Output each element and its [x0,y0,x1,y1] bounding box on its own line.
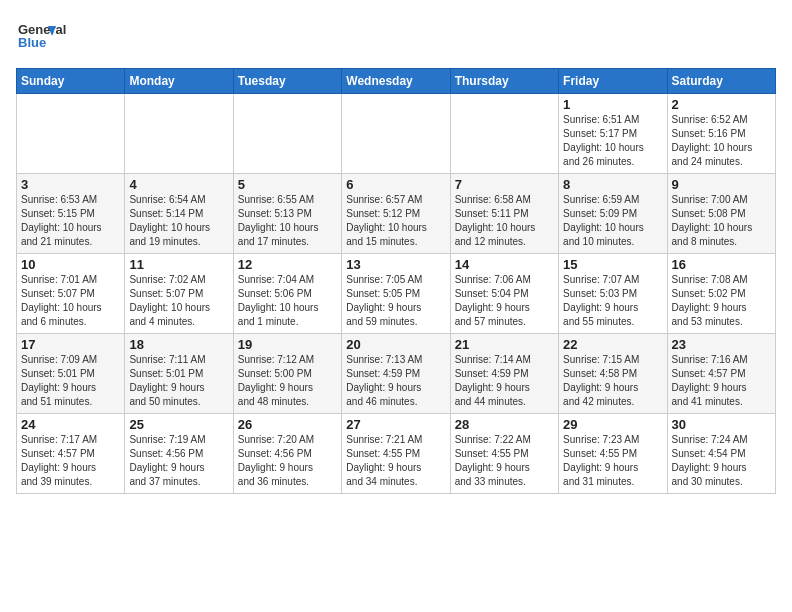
day-number: 12 [238,257,337,272]
day-number: 1 [563,97,662,112]
day-info: Sunrise: 6:58 AM Sunset: 5:11 PM Dayligh… [455,193,554,249]
day-number: 23 [672,337,771,352]
calendar-week-4: 24Sunrise: 7:17 AM Sunset: 4:57 PM Dayli… [17,414,776,494]
calendar-body: 1Sunrise: 6:51 AM Sunset: 5:17 PM Daylig… [17,94,776,494]
calendar-cell: 5Sunrise: 6:55 AM Sunset: 5:13 PM Daylig… [233,174,341,254]
day-info: Sunrise: 7:24 AM Sunset: 4:54 PM Dayligh… [672,433,771,489]
day-number: 25 [129,417,228,432]
calendar-cell: 28Sunrise: 7:22 AM Sunset: 4:55 PM Dayli… [450,414,558,494]
calendar-cell: 24Sunrise: 7:17 AM Sunset: 4:57 PM Dayli… [17,414,125,494]
day-number: 26 [238,417,337,432]
day-info: Sunrise: 7:07 AM Sunset: 5:03 PM Dayligh… [563,273,662,329]
day-number: 19 [238,337,337,352]
day-info: Sunrise: 6:51 AM Sunset: 5:17 PM Dayligh… [563,113,662,169]
day-info: Sunrise: 7:01 AM Sunset: 5:07 PM Dayligh… [21,273,120,329]
day-number: 18 [129,337,228,352]
calendar-cell: 27Sunrise: 7:21 AM Sunset: 4:55 PM Dayli… [342,414,450,494]
day-number: 24 [21,417,120,432]
calendar-cell: 21Sunrise: 7:14 AM Sunset: 4:59 PM Dayli… [450,334,558,414]
logo-icon: General Blue [16,16,86,56]
svg-text:Blue: Blue [18,35,46,50]
calendar-cell: 13Sunrise: 7:05 AM Sunset: 5:05 PM Dayli… [342,254,450,334]
calendar-cell: 25Sunrise: 7:19 AM Sunset: 4:56 PM Dayli… [125,414,233,494]
calendar-cell: 9Sunrise: 7:00 AM Sunset: 5:08 PM Daylig… [667,174,775,254]
calendar-cell: 15Sunrise: 7:07 AM Sunset: 5:03 PM Dayli… [559,254,667,334]
day-number: 28 [455,417,554,432]
day-info: Sunrise: 7:00 AM Sunset: 5:08 PM Dayligh… [672,193,771,249]
weekday-header-saturday: Saturday [667,69,775,94]
calendar-header: SundayMondayTuesdayWednesdayThursdayFrid… [17,69,776,94]
calendar-cell [17,94,125,174]
calendar-cell: 26Sunrise: 7:20 AM Sunset: 4:56 PM Dayli… [233,414,341,494]
day-info: Sunrise: 7:05 AM Sunset: 5:05 PM Dayligh… [346,273,445,329]
calendar-cell: 3Sunrise: 6:53 AM Sunset: 5:15 PM Daylig… [17,174,125,254]
page-container: General Blue SundayMondayTuesdayWednesda… [0,0,792,506]
calendar-cell: 7Sunrise: 6:58 AM Sunset: 5:11 PM Daylig… [450,174,558,254]
weekday-header-thursday: Thursday [450,69,558,94]
calendar-cell: 1Sunrise: 6:51 AM Sunset: 5:17 PM Daylig… [559,94,667,174]
day-info: Sunrise: 7:12 AM Sunset: 5:00 PM Dayligh… [238,353,337,409]
day-info: Sunrise: 7:09 AM Sunset: 5:01 PM Dayligh… [21,353,120,409]
day-info: Sunrise: 7:16 AM Sunset: 4:57 PM Dayligh… [672,353,771,409]
day-info: Sunrise: 7:21 AM Sunset: 4:55 PM Dayligh… [346,433,445,489]
day-info: Sunrise: 7:08 AM Sunset: 5:02 PM Dayligh… [672,273,771,329]
day-info: Sunrise: 6:53 AM Sunset: 5:15 PM Dayligh… [21,193,120,249]
day-info: Sunrise: 7:22 AM Sunset: 4:55 PM Dayligh… [455,433,554,489]
weekday-header-monday: Monday [125,69,233,94]
calendar-week-3: 17Sunrise: 7:09 AM Sunset: 5:01 PM Dayli… [17,334,776,414]
day-info: Sunrise: 6:52 AM Sunset: 5:16 PM Dayligh… [672,113,771,169]
day-number: 8 [563,177,662,192]
calendar-cell [233,94,341,174]
day-info: Sunrise: 6:57 AM Sunset: 5:12 PM Dayligh… [346,193,445,249]
day-number: 22 [563,337,662,352]
calendar-cell: 29Sunrise: 7:23 AM Sunset: 4:55 PM Dayli… [559,414,667,494]
calendar-cell: 8Sunrise: 6:59 AM Sunset: 5:09 PM Daylig… [559,174,667,254]
day-info: Sunrise: 7:19 AM Sunset: 4:56 PM Dayligh… [129,433,228,489]
calendar-cell: 18Sunrise: 7:11 AM Sunset: 5:01 PM Dayli… [125,334,233,414]
day-number: 13 [346,257,445,272]
day-info: Sunrise: 7:23 AM Sunset: 4:55 PM Dayligh… [563,433,662,489]
day-number: 11 [129,257,228,272]
calendar-cell: 22Sunrise: 7:15 AM Sunset: 4:58 PM Dayli… [559,334,667,414]
day-info: Sunrise: 7:06 AM Sunset: 5:04 PM Dayligh… [455,273,554,329]
weekday-header-tuesday: Tuesday [233,69,341,94]
calendar-cell: 30Sunrise: 7:24 AM Sunset: 4:54 PM Dayli… [667,414,775,494]
day-info: Sunrise: 7:14 AM Sunset: 4:59 PM Dayligh… [455,353,554,409]
calendar-cell: 23Sunrise: 7:16 AM Sunset: 4:57 PM Dayli… [667,334,775,414]
calendar-cell: 4Sunrise: 6:54 AM Sunset: 5:14 PM Daylig… [125,174,233,254]
calendar-week-1: 3Sunrise: 6:53 AM Sunset: 5:15 PM Daylig… [17,174,776,254]
calendar-cell: 12Sunrise: 7:04 AM Sunset: 5:06 PM Dayli… [233,254,341,334]
calendar-cell [342,94,450,174]
day-number: 2 [672,97,771,112]
day-info: Sunrise: 7:11 AM Sunset: 5:01 PM Dayligh… [129,353,228,409]
weekday-header-wednesday: Wednesday [342,69,450,94]
calendar-cell: 19Sunrise: 7:12 AM Sunset: 5:00 PM Dayli… [233,334,341,414]
calendar-cell: 10Sunrise: 7:01 AM Sunset: 5:07 PM Dayli… [17,254,125,334]
calendar-cell: 14Sunrise: 7:06 AM Sunset: 5:04 PM Dayli… [450,254,558,334]
day-number: 15 [563,257,662,272]
weekday-header-friday: Friday [559,69,667,94]
day-number: 9 [672,177,771,192]
calendar-week-0: 1Sunrise: 6:51 AM Sunset: 5:17 PM Daylig… [17,94,776,174]
day-info: Sunrise: 7:02 AM Sunset: 5:07 PM Dayligh… [129,273,228,329]
header: General Blue [16,16,776,56]
day-number: 16 [672,257,771,272]
day-number: 20 [346,337,445,352]
day-number: 6 [346,177,445,192]
day-number: 4 [129,177,228,192]
day-number: 14 [455,257,554,272]
day-info: Sunrise: 6:55 AM Sunset: 5:13 PM Dayligh… [238,193,337,249]
day-info: Sunrise: 6:59 AM Sunset: 5:09 PM Dayligh… [563,193,662,249]
day-info: Sunrise: 7:20 AM Sunset: 4:56 PM Dayligh… [238,433,337,489]
day-number: 5 [238,177,337,192]
calendar-cell: 6Sunrise: 6:57 AM Sunset: 5:12 PM Daylig… [342,174,450,254]
day-info: Sunrise: 7:04 AM Sunset: 5:06 PM Dayligh… [238,273,337,329]
day-number: 29 [563,417,662,432]
calendar-cell: 17Sunrise: 7:09 AM Sunset: 5:01 PM Dayli… [17,334,125,414]
day-info: Sunrise: 7:15 AM Sunset: 4:58 PM Dayligh… [563,353,662,409]
calendar-week-2: 10Sunrise: 7:01 AM Sunset: 5:07 PM Dayli… [17,254,776,334]
calendar-table: SundayMondayTuesdayWednesdayThursdayFrid… [16,68,776,494]
day-number: 21 [455,337,554,352]
day-number: 30 [672,417,771,432]
calendar-cell: 20Sunrise: 7:13 AM Sunset: 4:59 PM Dayli… [342,334,450,414]
